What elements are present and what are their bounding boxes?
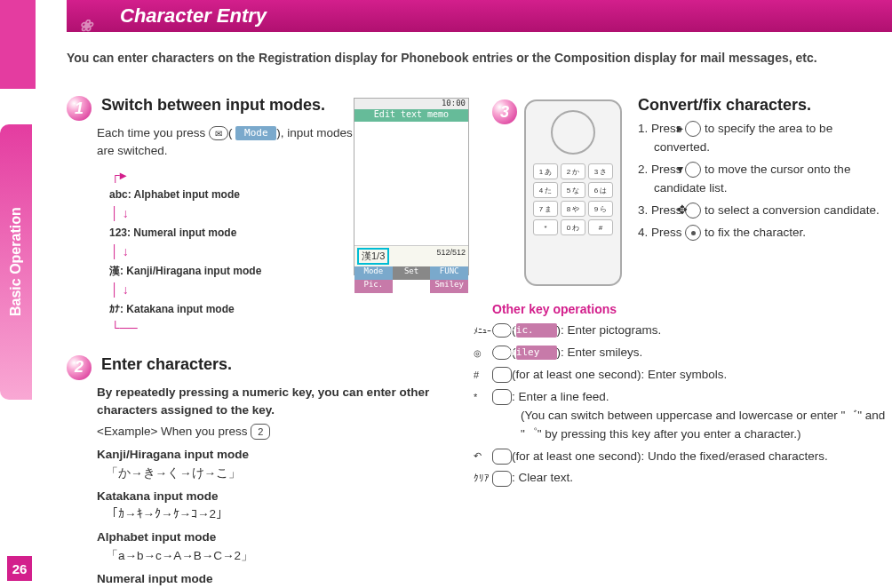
screen-clock: 10:00 [354, 99, 468, 109]
clear-key-icon: ｸﾘｱ [492, 471, 512, 487]
step-3-heading: Convert/fix characters. [638, 96, 887, 115]
page-number: 26 [7, 556, 32, 581]
screen-mode-badge: 漢1/3 [357, 248, 389, 265]
screen-header: Edit text memo [354, 109, 468, 122]
step-3-number: 3 [492, 99, 517, 124]
step3-item-3: 3. Press ✥ to select a conversion candid… [638, 202, 887, 220]
op-linefeed-note: (You can switch between uppercase and lo… [521, 407, 888, 444]
mode-kanji-name: Kanji/Hiragana input mode [97, 446, 475, 464]
page-title: Character Entry [120, 4, 267, 28]
step-1-heading: Switch between input modes. [101, 96, 325, 114]
step-2-heading: Enter characters. [101, 355, 232, 373]
dpad-all-icon: ✥ [685, 203, 701, 219]
input-mode-cycle: ┌▸ abc: Alphabet input mode │ ↓ 123: Num… [109, 166, 363, 338]
mode-kanji: 漢: Kanji/Hiragana input mode [109, 263, 363, 279]
screen-text-area [354, 122, 468, 246]
screen-counter: 512/512 [436, 248, 466, 265]
op-undo: ↶(for at least one second): Undo the fix… [492, 448, 888, 466]
step-1-number: 1 [67, 96, 92, 121]
op-clear: ｸﾘｱ: Clear text. [492, 469, 888, 488]
mail-key-icon: ✉ [209, 126, 228, 140]
mode-numr-name: Numeral input mode [97, 570, 475, 588]
step-2-sub: By repeatedly pressing a numeric key, yo… [97, 384, 475, 420]
step3-item-4: 4. Press to fix the character. [638, 224, 887, 242]
key-2-icon: 2 [251, 424, 270, 440]
pic-softkey-label: Pic. [516, 323, 557, 338]
op-symbols: #(for at least one second): Enter symbol… [492, 366, 888, 385]
screen-soft-left2: Pic. [354, 280, 393, 293]
step-2-number: 2 [67, 355, 92, 380]
screen-soft-mid: Set [393, 266, 431, 280]
mode-kana: ｶﾅ: Katakana input mode [109, 301, 363, 317]
screen-soft-right2: Smiley [430, 280, 468, 293]
page-title-bar: Character Entry [67, 0, 892, 32]
other-ops-heading: Other key operations [492, 302, 888, 316]
mode-softkey-label: Mode [235, 126, 276, 140]
mode-kata-seq: 「ｶ→ｷ→ｸ→ｹ→ｺ→2」 [106, 505, 475, 523]
op-linefeed: *: Enter a line feed. (You can switch be… [492, 388, 888, 444]
hash-key-icon: # [492, 367, 512, 383]
call-key-icon: ↶ [492, 449, 512, 465]
menu-key-icon: ﾒﾆｭｰ [492, 323, 512, 338]
phone-keypad-graphic: 1 あ2 か3 さ 4 た5 な6 は 7 ま8 や9 ら *0 わ# [524, 99, 622, 286]
intro-text: You can enter characters on the Registra… [67, 50, 866, 68]
mode-num: 123: Numeral input mode [109, 225, 363, 241]
left-strip: Basic Operation 26 [0, 0, 36, 588]
step3-item-1: 1. Press ▸ to specify the area to be con… [638, 120, 887, 157]
phone-screen-mock: 10:00 Edit text memo 漢1/3 512/512 Mode S… [354, 98, 469, 275]
mode-kanji-seq: 「か→き→く→け→こ」 [106, 465, 475, 482]
left-strip-accent [0, 0, 36, 89]
screen-soft-left: Mode [354, 266, 393, 280]
dpad-center-icon [685, 225, 701, 241]
op-smileys: ◎(Smiley): Enter smileys. [492, 344, 888, 362]
step-2: 2 Enter characters. By repeatedly pressi… [67, 355, 475, 589]
example-label: <Example> When you press [97, 425, 251, 438]
dpad-graphic [551, 110, 595, 155]
op-pictograms: ﾒﾆｭｰ(Pic.): Enter pictograms. [492, 322, 888, 340]
mode-kata-name: Katakana input mode [97, 488, 475, 505]
keypad-grid: 1 あ2 か3 さ 4 た5 な6 は 7 ま8 や9 ら *0 わ# [526, 163, 620, 235]
mode-alpha-name: Alphabet input mode [97, 528, 475, 546]
screen-soft-right: FUNC [430, 266, 468, 280]
star-key-icon: * [492, 389, 512, 405]
dpad-down-icon: ▾ [685, 162, 701, 178]
section-tab: Basic Operation [0, 124, 32, 400]
step-1-text-a: Each time you press [97, 126, 209, 139]
dpad-right-icon: ▸ [685, 121, 701, 137]
mode-abc: abc: Alphabet input mode [109, 187, 363, 203]
mode-alpha-seq: 「a→b→c→A→B→C→2」 [106, 547, 475, 565]
smiley-softkey-label: Smiley [516, 346, 557, 360]
step3-item-2: 2. Press ▾ to move the cursor onto the c… [638, 161, 887, 198]
